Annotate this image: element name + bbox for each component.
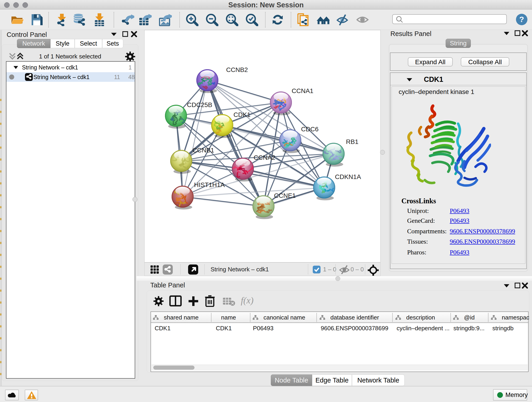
svg-text:RB1: RB1 bbox=[346, 138, 358, 145]
svg-text:CCNA2: CCNA2 bbox=[254, 154, 275, 161]
svg-text:CCNB2: CCNB2 bbox=[226, 66, 248, 73]
svg-text:CDC6: CDC6 bbox=[301, 126, 318, 133]
svg-text:CDC25B: CDC25B bbox=[187, 101, 212, 108]
svg-text:CCNA1: CCNA1 bbox=[292, 87, 313, 95]
svg-text:CDKN1A: CDKN1A bbox=[335, 173, 361, 180]
svg-text:?: ? bbox=[519, 15, 524, 24]
svg-text:HIST1H1A: HIST1H1A bbox=[194, 181, 225, 188]
svg-text:CCNE1: CCNE1 bbox=[274, 192, 296, 199]
svg-text:CCNB1: CCNB1 bbox=[192, 147, 214, 154]
svg-text:CDK1: CDK1 bbox=[234, 111, 251, 118]
